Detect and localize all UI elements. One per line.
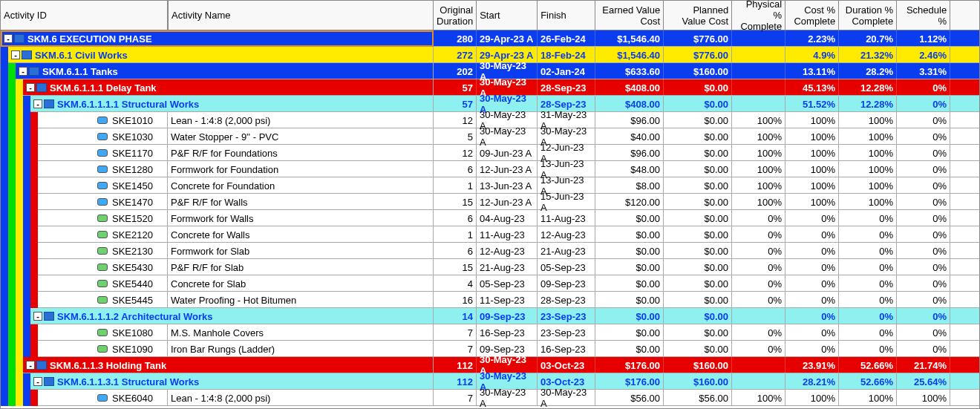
earned-value-cell[interactable]: $1,546.40 — [595, 47, 664, 63]
physical-pct-cell[interactable] — [732, 373, 785, 390]
earned-value-cell[interactable]: $176.00 — [595, 357, 664, 373]
finish-cell[interactable]: 18-Feb-24 — [538, 47, 595, 63]
hierarchy-cell[interactable]: SKE1010 — [1, 112, 168, 128]
schedule-pct-cell[interactable]: 0% — [897, 194, 950, 210]
physical-pct-cell[interactable] — [732, 30, 785, 47]
activity-row[interactable]: SKE5440Concrete for Slab405-Sep-2309-Sep… — [1, 275, 979, 292]
duration-pct-cell[interactable]: 0% — [839, 243, 897, 259]
finish-cell[interactable]: 16-Sep-23 — [538, 341, 595, 357]
duration-pct-cell[interactable]: 0% — [839, 324, 897, 341]
cost-pct-cell[interactable]: 100% — [785, 112, 839, 128]
physical-pct-cell[interactable]: 0% — [732, 275, 785, 292]
planned-value-cell[interactable]: $0.00 — [664, 243, 732, 259]
cost-pct-cell[interactable]: 0% — [785, 308, 839, 324]
duration-pct-cell[interactable]: 100% — [839, 161, 897, 177]
duration-pct-cell[interactable]: 52.66% — [839, 357, 897, 373]
schedule-pct-cell[interactable]: 0% — [897, 210, 950, 226]
finish-cell[interactable]: 26-Feb-24 — [538, 30, 595, 47]
cost-pct-cell[interactable]: 13.11% — [785, 63, 839, 79]
earned-value-cell[interactable]: $120.00 — [595, 194, 664, 210]
schedule-pct-cell[interactable]: 0% — [897, 243, 950, 259]
duration-pct-cell[interactable]: 0% — [839, 226, 897, 243]
earned-value-cell[interactable]: $0.00 — [595, 243, 664, 259]
activity-name-cell[interactable]: Formwork for Foundation — [168, 161, 434, 177]
planned-value-cell[interactable]: $0.00 — [664, 177, 732, 194]
physical-pct-cell[interactable]: 100% — [732, 177, 785, 194]
original-duration-cell[interactable]: 12 — [434, 112, 477, 128]
original-duration-cell[interactable]: 7 — [434, 390, 477, 406]
planned-value-cell[interactable]: $776.00 — [664, 30, 732, 47]
duration-pct-cell[interactable]: 0% — [839, 341, 897, 357]
finish-cell[interactable]: 23-Sep-23 — [538, 308, 595, 324]
earned-value-cell[interactable]: $8.00 — [595, 177, 664, 194]
start-cell[interactable]: 09-Jun-23 A — [477, 145, 538, 161]
schedule-pct-cell[interactable]: 0% — [897, 79, 950, 96]
finish-cell[interactable]: 09-Sep-23 — [538, 275, 595, 292]
activity-name-cell[interactable]: Iron Bar Rungs (Ladder) — [168, 341, 434, 357]
physical-pct-cell[interactable]: 0% — [732, 243, 785, 259]
collapse-icon[interactable]: - — [33, 377, 42, 386]
activity-row[interactable]: SKE1170P&F R/F for Foundations1209-Jun-2… — [1, 145, 979, 161]
hierarchy-cell[interactable]: -SKM.6.1.1 Tanks — [1, 63, 434, 79]
activity-name-cell[interactable]: Lean - 1:4:8 (2,000 psi) — [168, 112, 434, 128]
original-duration-cell[interactable]: 280 — [434, 30, 477, 47]
finish-cell[interactable]: 12-Aug-23 — [538, 226, 595, 243]
schedule-pct-cell[interactable]: 0% — [897, 341, 950, 357]
planned-value-cell[interactable]: $0.00 — [664, 292, 732, 308]
duration-pct-cell[interactable]: 20.7% — [839, 30, 897, 47]
schedule-pct-cell[interactable]: 2.46% — [897, 47, 950, 63]
activity-name-cell[interactable]: Concrete for Slab — [168, 275, 434, 292]
earned-value-cell[interactable]: $408.00 — [595, 96, 664, 112]
original-duration-cell[interactable]: 16 — [434, 292, 477, 308]
planned-value-cell[interactable]: $0.00 — [664, 259, 732, 275]
duration-pct-cell[interactable]: 28.2% — [839, 63, 897, 79]
schedule-pct-cell[interactable]: 0% — [897, 112, 950, 128]
activity-row[interactable]: SKE2130Formwork for Slab612-Aug-2321-Aug… — [1, 243, 979, 259]
activity-name-cell[interactable]: P&F R/F for Foundations — [168, 145, 434, 161]
original-duration-cell[interactable]: 7 — [434, 341, 477, 357]
finish-cell[interactable]: 23-Sep-23 — [538, 324, 595, 341]
hierarchy-cell[interactable]: SKE5445 — [1, 292, 168, 308]
planned-value-cell[interactable]: $0.00 — [664, 341, 732, 357]
cost-pct-cell[interactable]: 0% — [785, 243, 839, 259]
earned-value-cell[interactable]: $0.00 — [595, 341, 664, 357]
hierarchy-cell[interactable]: -SKM.6.1.1.1.1 Structural Works — [1, 96, 434, 112]
schedule-pct-cell[interactable]: 25.64% — [897, 373, 950, 390]
planned-value-cell[interactable]: $0.00 — [664, 112, 732, 128]
original-duration-cell[interactable]: 202 — [434, 63, 477, 79]
activity-row[interactable]: SKE5430P&F R/F for Slab1521-Aug-2305-Sep… — [1, 259, 979, 275]
earned-value-cell[interactable]: $0.00 — [595, 275, 664, 292]
physical-pct-cell[interactable]: 100% — [732, 145, 785, 161]
finish-cell[interactable]: 28-Sep-23 — [538, 79, 595, 96]
schedule-pct-cell[interactable]: 100% — [897, 390, 950, 406]
original-duration-cell[interactable]: 7 — [434, 324, 477, 341]
col-planned-value-cost[interactable]: Planned Value Cost — [664, 1, 732, 30]
start-cell[interactable]: 29-Apr-23 A — [477, 30, 538, 47]
original-duration-cell[interactable]: 1 — [434, 226, 477, 243]
original-duration-cell[interactable]: 57 — [434, 96, 477, 112]
planned-value-cell[interactable]: $160.00 — [664, 373, 732, 390]
planned-value-cell[interactable]: $0.00 — [664, 128, 732, 145]
hierarchy-cell[interactable]: SKE5430 — [1, 259, 168, 275]
schedule-pct-cell[interactable]: 0% — [897, 96, 950, 112]
finish-cell[interactable]: 15-Jun-23 A — [538, 194, 595, 210]
start-cell[interactable]: 12-Jun-23 A — [477, 161, 538, 177]
earned-value-cell[interactable]: $1,546.40 — [595, 30, 664, 47]
planned-value-cell[interactable]: $0.00 — [664, 324, 732, 341]
planned-value-cell[interactable]: $160.00 — [664, 357, 732, 373]
schedule-pct-cell[interactable]: 0% — [897, 308, 950, 324]
cost-pct-cell[interactable]: 100% — [785, 128, 839, 145]
hierarchy-cell[interactable]: -SKM.6.1.1.1 Delay Tank — [1, 79, 434, 96]
physical-pct-cell[interactable]: 100% — [732, 390, 785, 406]
col-cost-pct-complete[interactable]: Cost % Complete — [785, 1, 839, 30]
cost-pct-cell[interactable]: 51.52% — [785, 96, 839, 112]
duration-pct-cell[interactable]: 52.66% — [839, 373, 897, 390]
schedule-pct-cell[interactable]: 1.12% — [897, 30, 950, 47]
earned-value-cell[interactable]: $633.60 — [595, 63, 664, 79]
earned-value-cell[interactable]: $40.00 — [595, 128, 664, 145]
start-cell[interactable]: 13-Jun-23 A — [477, 177, 538, 194]
planned-value-cell[interactable]: $0.00 — [664, 275, 732, 292]
earned-value-cell[interactable]: $0.00 — [595, 259, 664, 275]
activity-name-cell[interactable]: Concrete for Foundation — [168, 177, 434, 194]
hierarchy-cell[interactable]: SKE1170 — [1, 145, 168, 161]
